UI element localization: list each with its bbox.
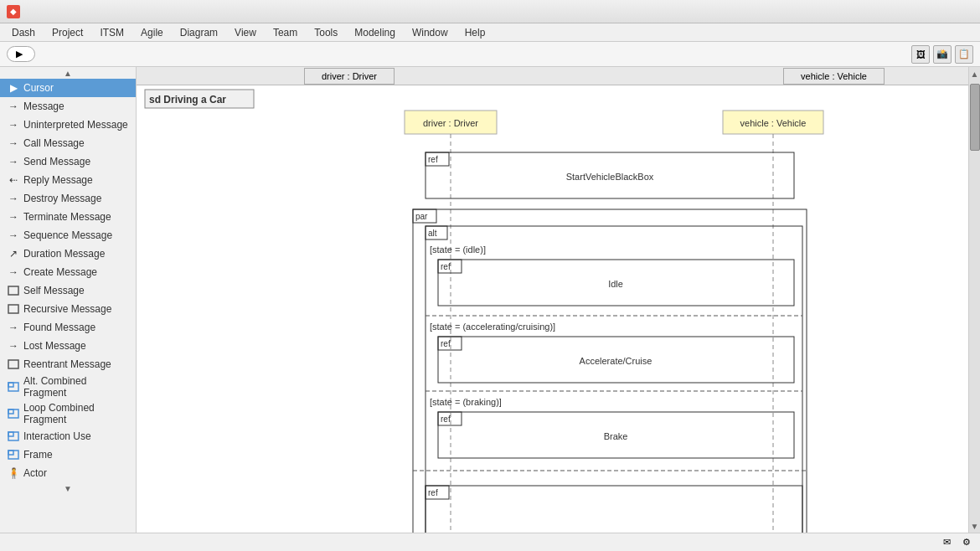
svg-text:driver : Driver: driver : Driver [423,118,478,128]
menu-item-tools[interactable]: Tools [306,25,346,40]
alt-combined-fragment-icon [7,381,20,393]
toolbar-icon-3[interactable]: 📋 [955,45,973,64]
left-panel: ▲ ▶Cursor→Message→Uninterpreted Message→… [0,67,137,533]
scroll-down[interactable]: ▼ [971,519,979,533]
titlebar-controls [931,6,973,18]
vehicle-lifeline-header: vehicle : Vehicle [783,68,885,85]
titlebar: ◆ [0,0,980,23]
panel-item-reentrant-message[interactable]: Reentrant Message [0,355,136,373]
panel-item-actor[interactable]: 🧍Actor [0,464,136,482]
diagram-header: driver : Driver vehicle : Vehicle [137,67,968,85]
svg-text:vehicle : Vehicle: vehicle : Vehicle [740,118,807,128]
panel-item-call-message[interactable]: →Call Message [0,134,136,152]
svg-text:ref: ref [428,488,438,497]
self-message-icon [7,285,20,296]
call-message-icon: → [7,137,20,149]
svg-text:[state = (braking)]: [state = (braking)] [430,397,502,407]
toolbar-icon-1[interactable]: 🖼 [911,45,930,64]
menu-item-agile[interactable]: Agile [132,25,172,40]
menu-item-window[interactable]: Window [404,25,456,40]
menu-item-help[interactable]: Help [456,25,494,40]
toolbar: ▶ 🖼 📸 📋 [0,42,980,67]
sequence-message-label: Sequence Message [23,229,112,241]
panel-item-destroy-message[interactable]: →Destroy Message [0,189,136,208]
svg-rect-4 [8,383,13,387]
breadcrumb[interactable]: ▶ [7,46,35,62]
menu-item-dash[interactable]: Dash [3,25,44,40]
svg-text:par: par [415,212,428,221]
svg-rect-1 [8,305,18,313]
menubar: DashProjectITSMAgileDiagramViewTeamTools… [0,23,980,42]
svg-rect-6 [8,409,13,414]
scroll-up[interactable]: ▲ [971,67,979,80]
panel-item-duration-message[interactable]: ↗Duration Message [0,245,136,263]
scroll-thumb[interactable] [970,84,980,151]
svg-text:ref: ref [428,155,438,164]
panel-item-lost-message[interactable]: →Lost Message [0,337,136,355]
panel-item-alt-combined-fragment[interactable]: Alt. Combined Fragment [0,373,136,400]
call-message-label: Call Message [23,137,85,149]
panel-item-message[interactable]: →Message [0,97,136,116]
panel-item-frame[interactable]: Frame [0,445,136,464]
menu-item-itsm[interactable]: ITSM [91,25,132,40]
reentrant-message-label: Reentrant Message [23,358,111,370]
diagram-canvas[interactable]: sd Driving a Car driver : Driver vehicle… [137,85,968,533]
self-message-label: Self Message [23,285,85,296]
create-message-icon: → [7,266,20,278]
main-layout: ▲ ▶Cursor→Message→Uninterpreted Message→… [0,67,980,533]
panel-item-terminate-message[interactable]: →Terminate Message [0,208,136,226]
driver-lifeline-header: driver : Driver [304,68,395,85]
actor-icon: 🧍 [7,467,20,479]
minimize-button[interactable] [931,6,943,18]
svg-text:sd Driving a Car: sd Driving a Car [149,94,226,106]
maximize-button[interactable] [946,6,958,18]
duration-message-label: Duration Message [23,248,105,260]
toolbar-icons: 🖼 📸 📋 [911,45,973,64]
loop-combined-fragment-icon [7,408,20,420]
svg-text:Brake: Brake [604,431,628,441]
email-status-icon[interactable]: ✉ [940,536,953,549]
svg-rect-23 [413,209,807,533]
svg-text:[state = (idle)]: [state = (idle)] [430,245,486,255]
panel-item-reply-message[interactable]: ⇠Reply Message [0,171,136,189]
lost-message-icon: → [7,340,20,352]
uninterpreted-message-icon: → [7,119,20,131]
cursor-icon: ▶ [7,82,20,94]
panel-item-cursor[interactable]: ▶Cursor [0,79,136,97]
svg-text:alt: alt [428,229,437,238]
svg-rect-10 [8,451,13,455]
panel-item-loop-combined-fragment[interactable]: Loop Combined Fragment [0,400,136,427]
menu-item-diagram[interactable]: Diagram [172,25,226,40]
svg-rect-8 [8,432,13,436]
right-scrollbar[interactable]: ▲ ▼ [968,67,980,533]
menu-item-team[interactable]: Team [265,25,306,40]
svg-text:ref: ref [441,262,451,271]
send-message-icon: → [7,156,20,167]
menu-item-project[interactable]: Project [44,25,91,40]
scroll-up-arrow[interactable]: ▲ [0,67,136,79]
found-message-icon: → [7,322,20,333]
recursive-message-label: Recursive Message [23,303,111,315]
menu-item-view[interactable]: View [226,25,265,40]
loop-combined-fragment-label: Loop Combined Fragment [23,402,129,425]
panel-item-send-message[interactable]: →Send Message [0,152,136,171]
app-icon: ◆ [7,5,20,18]
scroll-down-arrow[interactable]: ▼ [0,482,136,494]
panel-item-uninterpreted-message[interactable]: →Uninterpreted Message [0,116,136,134]
panel-item-create-message[interactable]: →Create Message [0,263,136,281]
sequence-diagram-svg: sd Driving a Car driver : Driver vehicle… [137,85,968,533]
svg-text:ref: ref [441,339,451,348]
close-button[interactable] [962,6,973,18]
menu-item-modeling[interactable]: Modeling [346,25,404,40]
panel-item-sequence-message[interactable]: →Sequence Message [0,226,136,245]
panel-item-found-message[interactable]: →Found Message [0,318,136,337]
panel-item-interaction-use[interactable]: Interaction Use [0,427,136,445]
actor-label: Actor [23,467,47,479]
cursor-label: Cursor [23,82,54,94]
settings-status-icon[interactable]: ⚙ [960,536,973,549]
reply-message-label: Reply Message [23,174,93,186]
panel-item-self-message[interactable]: Self Message [0,281,136,300]
destroy-message-icon: → [7,193,20,204]
panel-item-recursive-message[interactable]: Recursive Message [0,300,136,318]
toolbar-icon-2[interactable]: 📸 [933,45,952,64]
